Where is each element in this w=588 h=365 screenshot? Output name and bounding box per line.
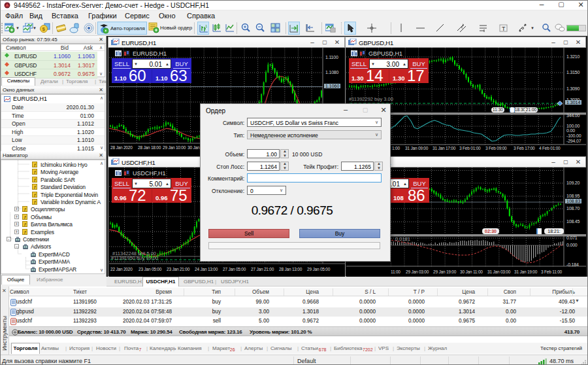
svg-text:$: $: [42, 26, 46, 32]
svg-text:T: T: [502, 26, 506, 32]
svg-text:1: 1: [205, 24, 208, 28]
